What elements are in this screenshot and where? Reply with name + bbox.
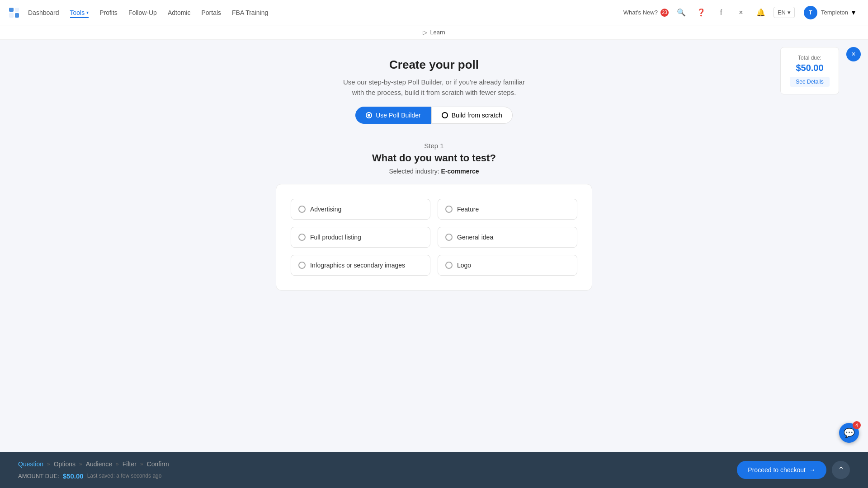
option-radio-full-product-listing	[298, 234, 306, 241]
option-feature[interactable]: Feature	[438, 199, 577, 220]
whats-new-label: What's New?	[623, 9, 658, 16]
option-radio-advertising	[298, 206, 306, 213]
learn-label: Learn	[430, 29, 445, 36]
arrow-right-icon: →	[809, 466, 816, 474]
scratch-radio	[442, 112, 448, 118]
nav-follow-up[interactable]: Follow-Up	[128, 7, 157, 18]
video-icon: ▷	[423, 29, 427, 36]
search-icon[interactable]: 🔍	[674, 5, 689, 20]
option-grid: Advertising Feature Full product listing…	[291, 199, 577, 276]
main-content: Total due: $50.00 See Details × Create y…	[0, 40, 868, 488]
option-card-container: Advertising Feature Full product listing…	[276, 184, 592, 291]
whats-new-badge: 23	[660, 9, 669, 17]
step-section: Step 1 What do you want to test? Selecte…	[9, 142, 859, 175]
help-icon[interactable]: ❓	[694, 5, 708, 20]
option-label-general-idea: General idea	[457, 234, 493, 241]
option-general-idea[interactable]: General idea	[438, 227, 577, 248]
logo-icon[interactable]	[9, 8, 19, 18]
step-confirm-crumb[interactable]: Confirm	[147, 460, 169, 468]
amount-due-label: AMOUNT DUE:	[18, 473, 59, 479]
poll-builder-radio	[366, 112, 372, 118]
total-due-label: Total due:	[790, 55, 830, 61]
step-industry: Selected industry: E-commerce	[9, 168, 859, 175]
close-button[interactable]: ×	[846, 47, 861, 61]
avatar: T	[804, 6, 817, 19]
see-details-button[interactable]: See Details	[790, 77, 830, 87]
page-title: Create your poll	[9, 58, 859, 72]
page-subtitle: Use our step-by-step Poll Builder, or if…	[9, 77, 859, 98]
chat-badge: 4	[853, 421, 861, 429]
last-saved: Last saved: a few seconds ago	[87, 473, 162, 479]
step-audience-crumb[interactable]: Audience	[86, 460, 112, 468]
total-due-amount: $50.00	[790, 63, 830, 73]
bottom-bar: Question » Options » Audience » Filter »…	[0, 452, 868, 488]
option-radio-feature	[445, 206, 453, 213]
nav-tools[interactable]: Tools ▾	[70, 7, 89, 18]
chevron-up-icon: ⌃	[838, 465, 844, 475]
option-radio-general-idea	[445, 234, 453, 241]
navbar-right: What's New? 23 🔍 ❓ f × 🔔 EN ▾ T Templeto…	[623, 4, 859, 21]
step-question: What do you want to test?	[9, 152, 859, 164]
option-label-advertising: Advertising	[310, 206, 341, 213]
bell-icon[interactable]: 🔔	[754, 5, 768, 20]
option-full-product-listing[interactable]: Full product listing	[291, 227, 430, 248]
collapse-button[interactable]: ⌃	[832, 461, 850, 479]
build-from-scratch-button[interactable]: Build from scratch	[431, 107, 513, 124]
tools-chevron-icon: ▾	[86, 10, 89, 15]
total-due-card: Total due: $50.00 See Details	[780, 47, 839, 94]
language-selector[interactable]: EN ▾	[774, 7, 795, 18]
nav-fba-training[interactable]: FBA Training	[232, 7, 268, 18]
option-label-full-product-listing: Full product listing	[310, 234, 361, 241]
option-advertising[interactable]: Advertising	[291, 199, 430, 220]
proceed-to-checkout-button[interactable]: Proceed to checkout →	[737, 461, 826, 479]
facebook-icon[interactable]: f	[714, 5, 728, 20]
page-header: Create your poll Use our step-by-step Po…	[9, 58, 859, 124]
toggle-group: Use Poll Builder Build from scratch	[9, 107, 859, 124]
amount-value: $50.00	[63, 472, 84, 480]
nav-portals[interactable]: Portals	[201, 7, 221, 18]
user-menu[interactable]: T Templeton ▾	[800, 4, 859, 21]
option-logo[interactable]: Logo	[438, 255, 577, 276]
option-label-infographics: Infographics or secondary images	[310, 262, 405, 269]
step-label: Step 1	[9, 142, 859, 150]
option-radio-logo	[445, 262, 453, 269]
chat-button[interactable]: 💬 4	[839, 423, 859, 443]
navbar: Dashboard Tools ▾ Profits Follow-Up Adto…	[0, 0, 868, 25]
option-label-feature: Feature	[457, 206, 479, 213]
use-poll-builder-button[interactable]: Use Poll Builder	[355, 107, 431, 124]
amount-due: AMOUNT DUE: $50.00 Last saved: a few sec…	[18, 472, 169, 480]
nav-dashboard[interactable]: Dashboard	[28, 7, 59, 18]
step-question-crumb[interactable]: Question	[18, 460, 43, 468]
learn-bar[interactable]: ▷ Learn	[0, 25, 868, 40]
nav-profits[interactable]: Profits	[99, 7, 118, 18]
option-label-logo: Logo	[457, 262, 471, 269]
nav-adtomic[interactable]: Adtomic	[168, 7, 191, 18]
user-name: Templeton	[821, 9, 848, 16]
step-options-crumb[interactable]: Options	[54, 460, 75, 468]
bottom-left: Question » Options » Audience » Filter »…	[18, 460, 169, 480]
chat-icon: 💬	[844, 427, 855, 438]
step-filter-crumb[interactable]: Filter	[123, 460, 137, 468]
option-radio-infographics	[298, 262, 306, 269]
bottom-right: Proceed to checkout → ⌃	[737, 461, 850, 479]
option-infographics[interactable]: Infographics or secondary images	[291, 255, 430, 276]
user-chevron-icon: ▾	[852, 8, 855, 17]
whats-new-btn[interactable]: What's New? 23	[623, 9, 669, 17]
step-breadcrumb: Question » Options » Audience » Filter »…	[18, 460, 169, 468]
close-icon[interactable]: ×	[734, 5, 748, 20]
lang-chevron-icon: ▾	[788, 9, 791, 16]
nav-links: Dashboard Tools ▾ Profits Follow-Up Adto…	[28, 7, 623, 18]
